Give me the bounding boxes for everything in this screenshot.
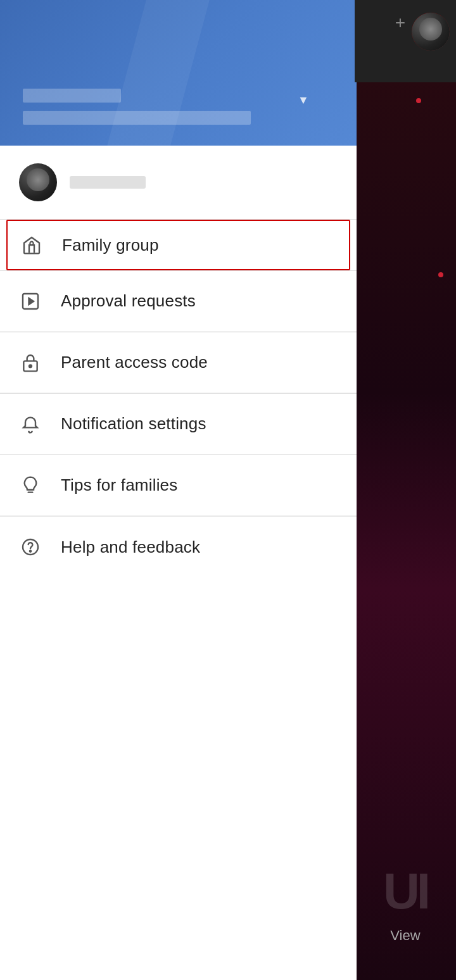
svg-point-6 [30, 551, 31, 552]
play-icon [19, 290, 42, 313]
lock-icon [19, 351, 42, 374]
home-icon [20, 234, 43, 256]
approval-requests-label: Approval requests [61, 291, 196, 311]
view-button[interactable]: View [355, 917, 456, 955]
svg-marker-2 [28, 298, 34, 305]
header-top-bar: + [355, 0, 456, 82]
dark-background-panel [355, 0, 456, 980]
help-and-feedback-label: Help and feedback [61, 537, 200, 557]
parent-access-code-label: Parent access code [61, 353, 208, 372]
menu-item-notification-settings[interactable]: Notification settings [0, 394, 357, 455]
view-button-label: View [390, 927, 420, 944]
avatar-image [412, 13, 450, 51]
search-bar-1 [23, 89, 121, 103]
menu-item-tips-for-families[interactable]: Tips for families [0, 455, 357, 516]
menu-item-family-group[interactable]: Family group [6, 220, 350, 270]
background-text-overlay: UI [355, 866, 456, 917]
notification-settings-label: Notification settings [61, 414, 206, 434]
user-profile-row[interactable] [0, 146, 357, 219]
red-dot-1 [416, 98, 421, 103]
tips-for-families-label: Tips for families [61, 475, 177, 495]
menu-item-parent-access-code[interactable]: Parent access code [0, 332, 357, 393]
search-bar-2 [23, 111, 251, 125]
user-name [70, 176, 146, 189]
drawer-panel: Family group Approval requests Parent ac… [0, 146, 357, 980]
family-group-label: Family group [62, 236, 159, 255]
help-icon [19, 536, 42, 558]
bulb-icon [19, 474, 42, 497]
svg-point-4 [29, 365, 32, 367]
menu-item-approval-requests[interactable]: Approval requests [0, 271, 357, 332]
menu-item-help-and-feedback[interactable]: Help and feedback [0, 517, 357, 577]
red-dot-2 [438, 272, 443, 277]
bell-icon [19, 413, 42, 436]
svg-point-0 [30, 242, 33, 245]
user-avatar-header[interactable] [412, 13, 450, 51]
dropdown-arrow-icon[interactable]: ▼ [298, 94, 309, 107]
avatar [19, 163, 57, 201]
header-panel: ▼ [0, 0, 357, 146]
add-button[interactable]: + [395, 13, 405, 33]
